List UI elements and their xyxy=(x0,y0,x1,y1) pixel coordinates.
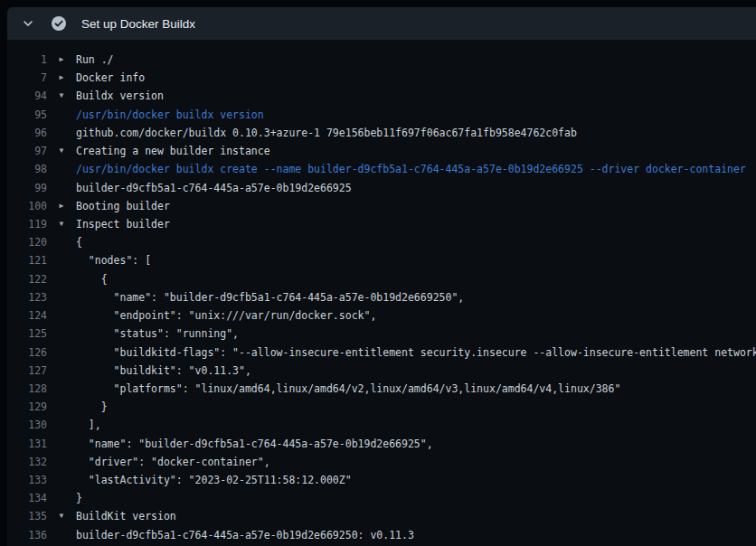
log-line: 136builder-d9cfb5a1-c764-445a-a57e-0b19d… xyxy=(7,526,756,544)
line-number[interactable]: 130 xyxy=(7,416,47,434)
line-number[interactable]: 132 xyxy=(7,453,47,471)
log-rows: 1▶Run ./7▶Docker info94▼Buildx version95… xyxy=(7,40,756,544)
line-number[interactable]: 123 xyxy=(7,288,47,306)
expanded-arrow-icon[interactable]: ▼ xyxy=(47,215,76,233)
log-line: 96github.com/docker/buildx 0.10.3+azure-… xyxy=(7,124,756,142)
log-group-row[interactable]: 1▶Run ./ xyxy=(7,51,756,69)
log-text: "nodes": [ xyxy=(76,251,756,269)
line-number[interactable]: 129 xyxy=(7,398,47,416)
line-number[interactable]: 122 xyxy=(7,270,47,288)
step-title: Set up Docker Buildx xyxy=(81,17,195,31)
line-number[interactable]: 1 xyxy=(7,51,47,69)
log-text: "platforms": "linux/amd64,linux/amd64/v2… xyxy=(76,380,756,398)
log-line: 128 "platforms": "linux/amd64,linux/amd6… xyxy=(7,380,756,398)
line-number[interactable]: 134 xyxy=(7,489,47,507)
group-title: Inspect builder xyxy=(76,215,756,233)
log-line: 122 { xyxy=(7,270,756,288)
log-line: 131 "name": "builder-d9cfb5a1-c764-445a-… xyxy=(7,435,756,453)
collapsed-arrow-icon[interactable]: ▶ xyxy=(47,51,76,69)
line-number[interactable]: 133 xyxy=(7,471,47,489)
log-group-row[interactable]: 7▶Docker info xyxy=(7,69,756,87)
expanded-arrow-icon[interactable]: ▼ xyxy=(47,142,76,160)
line-number[interactable]: 98 xyxy=(7,160,47,178)
line-number[interactable]: 119 xyxy=(7,215,47,233)
log-line: 129 } xyxy=(7,398,756,416)
log-text: "status": "running", xyxy=(76,325,756,343)
line-number[interactable]: 131 xyxy=(7,435,47,453)
line-number[interactable]: 124 xyxy=(7,306,47,325)
log-text: } xyxy=(76,489,756,507)
group-title: Run ./ xyxy=(76,51,756,69)
line-number[interactable]: 100 xyxy=(7,197,47,215)
log-line: 120{ xyxy=(7,233,756,251)
log-text: github.com/docker/buildx 0.10.3+azure-1 … xyxy=(76,124,756,142)
log-text: "name": "builder-d9cfb5a1-c764-445a-a57e… xyxy=(76,288,756,306)
line-number[interactable]: 121 xyxy=(7,251,47,269)
log-text: "name": "builder-d9cfb5a1-c764-445a-a57e… xyxy=(76,435,756,453)
log-text: /usr/bin/docker buildx version xyxy=(76,106,756,124)
log-text: { xyxy=(76,270,756,288)
line-number[interactable]: 99 xyxy=(7,179,47,197)
line-number[interactable]: 97 xyxy=(7,142,47,160)
collapsed-arrow-icon[interactable]: ▶ xyxy=(47,197,76,215)
group-title: Buildx version xyxy=(76,87,756,105)
log-line: 99builder-d9cfb5a1-c764-445a-a57e-0b19d2… xyxy=(7,179,756,197)
group-title: Booting builder xyxy=(76,197,756,215)
step-log-panel: Set up Docker Buildx 1▶Run ./7▶Docker in… xyxy=(7,7,756,546)
log-text: { xyxy=(76,233,756,251)
log-line: 98/usr/bin/docker buildx create --name b… xyxy=(7,160,756,178)
log-line: 132 "driver": "docker-container", xyxy=(7,453,756,471)
log-group-row[interactable]: 119▼Inspect builder xyxy=(7,215,756,233)
log-line: 126 "buildkitd-flags": "--allow-insecure… xyxy=(7,344,756,362)
log-line: 134} xyxy=(7,489,756,507)
log-text: /usr/bin/docker buildx create --name bui… xyxy=(76,160,756,178)
log-line: 127 "buildkit": "v0.11.3", xyxy=(7,362,756,380)
log-text: "driver": "docker-container", xyxy=(76,453,756,471)
log-text: "endpoint": "unix:///var/run/docker.sock… xyxy=(76,306,756,325)
log-group-row[interactable]: 94▼Buildx version xyxy=(7,87,756,105)
check-circle-icon xyxy=(45,12,72,35)
log-line: 125 "status": "running", xyxy=(7,325,756,343)
line-number[interactable]: 135 xyxy=(7,507,47,525)
log-text: builder-d9cfb5a1-c764-445a-a57e-0b19d2e6… xyxy=(76,179,756,197)
line-number[interactable]: 96 xyxy=(7,124,47,142)
chevron-down-icon[interactable] xyxy=(16,12,40,35)
log-text: ], xyxy=(76,416,756,434)
log-line: 95/usr/bin/docker buildx version xyxy=(7,106,756,124)
group-title: Creating a new builder instance xyxy=(76,142,756,160)
log-line: 121 "nodes": [ xyxy=(7,251,756,269)
log-text: "lastActivity": "2023-02-25T11:58:12.000… xyxy=(76,471,756,489)
log-text: "buildkitd-flags": "--allow-insecure-ent… xyxy=(76,344,756,362)
collapsed-arrow-icon[interactable]: ▶ xyxy=(47,69,76,87)
expanded-arrow-icon[interactable]: ▼ xyxy=(47,87,76,105)
log-group-row[interactable]: 100▶Booting builder xyxy=(7,197,756,215)
group-title: Docker info xyxy=(76,69,756,87)
line-number[interactable]: 126 xyxy=(7,344,47,362)
log-line: 123 "name": "builder-d9cfb5a1-c764-445a-… xyxy=(7,288,756,306)
line-number[interactable]: 127 xyxy=(7,362,47,380)
log-group-row[interactable]: 135▼BuildKit version xyxy=(7,507,756,525)
line-number[interactable]: 7 xyxy=(7,69,47,87)
step-header[interactable]: Set up Docker Buildx xyxy=(7,7,756,40)
line-number[interactable]: 95 xyxy=(7,106,47,124)
line-number[interactable]: 120 xyxy=(7,233,47,251)
log-text: builder-d9cfb5a1-c764-445a-a57e-0b19d2e6… xyxy=(76,526,756,544)
log-line: 133 "lastActivity": "2023-02-25T11:58:12… xyxy=(7,471,756,489)
line-number[interactable]: 125 xyxy=(7,325,47,343)
log-group-row[interactable]: 97▼Creating a new builder instance xyxy=(7,142,756,160)
line-number[interactable]: 136 xyxy=(7,526,47,544)
log-line: 124 "endpoint": "unix:///var/run/docker.… xyxy=(7,306,756,325)
expanded-arrow-icon[interactable]: ▼ xyxy=(47,507,76,525)
line-number[interactable]: 94 xyxy=(7,87,47,105)
group-title: BuildKit version xyxy=(76,507,756,525)
log-line: 130 ], xyxy=(7,416,756,434)
log-text: } xyxy=(76,398,756,416)
line-number[interactable]: 128 xyxy=(7,380,47,398)
log-text: "buildkit": "v0.11.3", xyxy=(76,362,756,380)
